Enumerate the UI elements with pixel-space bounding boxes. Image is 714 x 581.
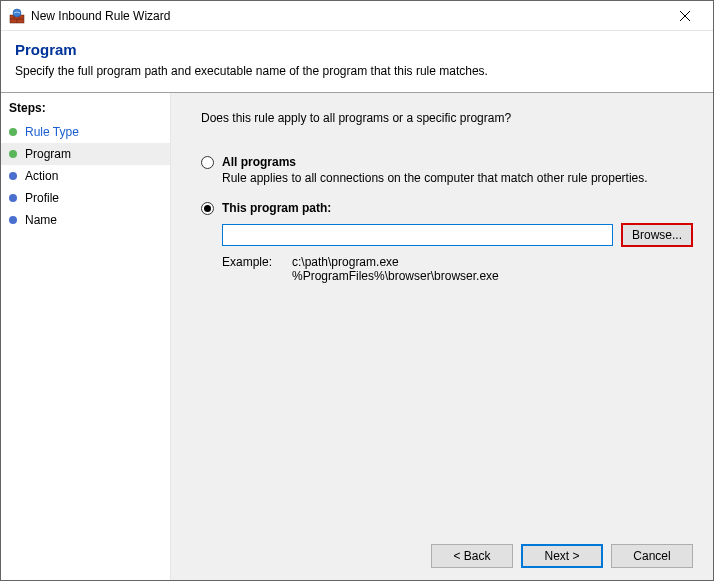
wizard-header: Program Specify the full program path an… <box>1 31 713 92</box>
wizard-body: Steps: Rule Type Program Action Profile … <box>1 92 713 580</box>
step-label: Program <box>25 147 71 161</box>
spacer <box>201 299 693 536</box>
step-rule-type[interactable]: Rule Type <box>1 121 170 143</box>
radio-all-programs[interactable] <box>201 156 214 169</box>
option-program-path: This program path: Browse... Example: c:… <box>201 201 693 283</box>
step-label: Action <box>25 169 58 183</box>
radio-program-path[interactable] <box>201 202 214 215</box>
example-row: Example: c:\path\program.exe %ProgramFil… <box>222 255 693 283</box>
step-action: Action <box>1 165 170 187</box>
option-all-row[interactable]: All programs <box>201 155 693 169</box>
steps-label: Steps: <box>1 97 170 121</box>
back-button[interactable]: < Back <box>431 544 513 568</box>
steps-sidebar: Steps: Rule Type Program Action Profile … <box>1 93 171 580</box>
path-input-row: Browse... <box>222 223 693 247</box>
step-bullet-icon <box>9 128 17 136</box>
step-bullet-icon <box>9 216 17 224</box>
page-heading: Program <box>15 41 699 58</box>
step-label: Profile <box>25 191 59 205</box>
titlebar: New Inbound Rule Wizard <box>1 1 713 31</box>
step-bullet-icon <box>9 172 17 180</box>
option-all-programs: All programs Rule applies to all connect… <box>201 155 693 185</box>
browse-button[interactable]: Browse... <box>621 223 693 247</box>
example-label: Example: <box>222 255 292 283</box>
step-profile: Profile <box>1 187 170 209</box>
close-icon <box>680 11 690 21</box>
window-title: New Inbound Rule Wizard <box>31 9 665 23</box>
example-text: c:\path\program.exe %ProgramFiles%\brows… <box>292 255 499 283</box>
option-path-label: This program path: <box>222 201 331 215</box>
program-path-input[interactable] <box>222 224 613 246</box>
option-path-row[interactable]: This program path: <box>201 201 693 215</box>
step-name: Name <box>1 209 170 231</box>
firewall-icon <box>9 8 25 24</box>
button-row: < Back Next > Cancel <box>201 536 693 568</box>
step-label: Name <box>25 213 57 227</box>
cancel-button[interactable]: Cancel <box>611 544 693 568</box>
question-text: Does this rule apply to all programs or … <box>201 111 693 125</box>
option-all-desc: Rule applies to all connections on the c… <box>222 171 693 185</box>
next-button[interactable]: Next > <box>521 544 603 568</box>
step-bullet-icon <box>9 194 17 202</box>
main-panel: Does this rule apply to all programs or … <box>171 93 713 580</box>
option-all-label: All programs <box>222 155 296 169</box>
step-bullet-icon <box>9 150 17 158</box>
wizard-window: New Inbound Rule Wizard Program Specify … <box>0 0 714 581</box>
step-link[interactable]: Rule Type <box>25 125 79 139</box>
close-button[interactable] <box>665 2 705 30</box>
step-program: Program <box>1 143 170 165</box>
page-subtitle: Specify the full program path and execut… <box>15 64 699 78</box>
